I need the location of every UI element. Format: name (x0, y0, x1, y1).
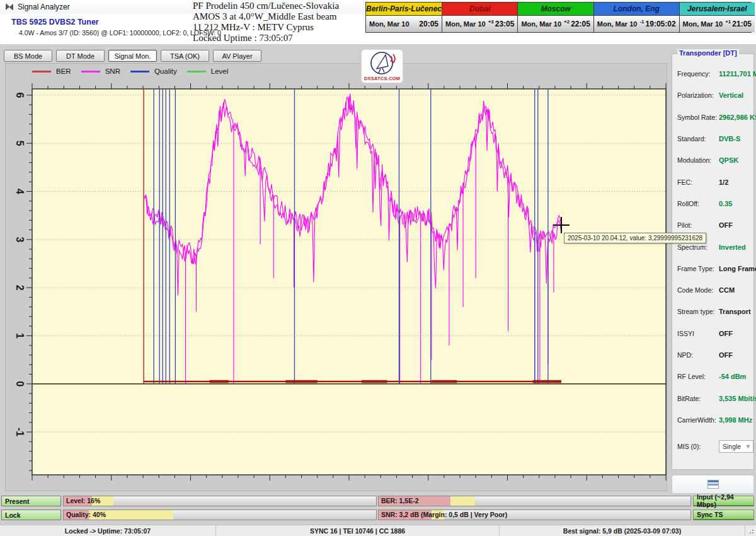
legend-item-level: Level (187, 67, 229, 75)
dxsatcs-logo: DXSATCS.COM (361, 49, 403, 83)
svg-text:0: 0 (14, 381, 25, 387)
note-line-3: 11 212 MHz-V : METV Cyprus (193, 22, 339, 33)
transponder-row: Symbol Rate:2962,986 KS/s (672, 107, 753, 128)
transponder-row: Frame Type:Long Frame (672, 258, 753, 279)
chart-tooltip: 2025-03-10 20.04.12, value: 3,2999999523… (564, 233, 706, 243)
level-progressbar: Level: 16% (63, 496, 377, 506)
world-clocks-widget: Berlin-Paris-Lučenec Mon, Mar 10 20:05 D… (365, 2, 752, 33)
svg-text:4: 4 (14, 189, 25, 194)
top-band: Signal Analyzer TBS 5925 DVBS2 Tuner 4.0… (0, 0, 756, 44)
transponder-row: CarrierWidth:3,998 MHz (672, 409, 753, 431)
transponder-row: BitRate:3,535 Mbit/s (672, 387, 753, 409)
svg-text:6: 6 (14, 92, 25, 98)
status-sync-tei-cc: SYNC 16 | TEI 10746 | CC 1886 (216, 525, 500, 536)
svg-text:5: 5 (14, 141, 25, 146)
transponder-row: Modulation:QPSK (672, 149, 753, 171)
mis-row: MIS (0): Single ▼ (672, 437, 753, 456)
clock-utc-offset: -1 (639, 19, 644, 25)
list-window-icon (707, 480, 719, 489)
satellite-dish-icon (362, 50, 403, 76)
signal-analyzer-window: Signal Analyzer TBS 5925 DVBS2 Tuner 4.0… (0, 0, 756, 536)
svg-text:3: 3 (14, 236, 25, 242)
logo-text: DXSATCS.COM (362, 76, 403, 81)
tuner-name: TBS 5925 DVBS2 Tuner (11, 18, 221, 26)
status-best-signal: Best signal: 5,9 dB (2025-03-09 07:03) (500, 525, 745, 536)
legend-swatch-ber (32, 71, 51, 73)
mis-label: MIS (0): (677, 443, 719, 450)
clock-city: London, Eng (594, 3, 679, 16)
clock-city: Moscow (518, 3, 593, 16)
window-title: Signal Analyzer (18, 3, 70, 11)
tab-signal-mon[interactable]: Signal Mon. (108, 50, 157, 62)
clock-dubai: Dubai Mon, Mar 10 +3 23:05 (442, 3, 518, 32)
clock-london: London, Eng Mon, Mar 10 -1 19:05:02 (594, 3, 680, 32)
snr-progressbar: SNR: 3,2 dB (Margin: 0,5 dB | Very Poor) (378, 510, 691, 520)
legend-item-snr: SNR (81, 67, 120, 75)
clock-time: 21:05 (732, 20, 752, 28)
present-indicator: Present (1, 496, 61, 506)
legend-item-quality: Quality (130, 67, 177, 75)
transponder-row: Standard:DVB-S (672, 128, 753, 149)
clock-city: Berlin-Paris-Lučenec (366, 3, 442, 16)
clock-time: 23:05 (495, 20, 515, 28)
signal-chart-panel[interactable]: BER SNR Quality Level 6543210-1 (5, 63, 667, 491)
clock-utc-offset: +2 (564, 19, 570, 25)
tab-tsa[interactable]: TSA (OK) (161, 50, 209, 62)
note-line-4: Locked Uptime : 73:05:07 (193, 33, 339, 44)
sync-ts-indicator: Sync TS (693, 510, 754, 520)
clock-utc-offset: +1 (725, 19, 731, 25)
transport-list-button[interactable] (672, 475, 754, 494)
mis-select[interactable]: Single ▼ (719, 440, 753, 453)
chevron-down-icon: ▼ (745, 443, 751, 450)
clock-date: Mon, Mar 10 (369, 20, 410, 28)
app-icon (5, 3, 14, 11)
transponder-row: Polarization:Vertical (672, 84, 753, 106)
transponder-row: ISSYIOFF (672, 323, 753, 344)
clock-time: 19:05:02 (646, 20, 676, 28)
tab-av-player[interactable]: AV Player (213, 50, 261, 62)
status-bar: Locked -> Uptime: 73:05:07 SYNC 16 | TEI… (0, 525, 756, 536)
tab-bs-mode[interactable]: BS Mode (4, 50, 52, 62)
tuner-details: 4.0W - Amos 3/7 (ID: 3560) @ LOF1: 10000… (19, 29, 221, 37)
annotation-note: PF Prodelin 450 cm/Lučenec-Slovakia AMOS… (193, 1, 339, 44)
svg-text:2: 2 (14, 285, 25, 291)
transponder-row: RollOff:0.35 (672, 193, 753, 214)
legend-item-ber: BER (32, 67, 71, 75)
transponder-row: Code Mode:CCM (672, 279, 753, 301)
signal-chart[interactable]: 6543210-1 (6, 64, 667, 491)
input-bitrate-indicator: Input (~2,94 Mbps) (693, 496, 754, 506)
legend-swatch-snr (81, 71, 100, 73)
quality-progressbar: Quality: 40% (63, 510, 377, 520)
transponder-panel: Transponder [DT] Frequency:11211,701 MHz… (672, 54, 754, 470)
tab-dt-mode[interactable]: DT Mode (56, 50, 105, 62)
transponder-row: Stream type:Transport (672, 301, 753, 322)
clock-date: Mon, Mar 10 (597, 20, 638, 28)
svg-text:1: 1 (14, 333, 25, 339)
clock-city: Dubai (442, 3, 517, 16)
legend-swatch-level (187, 71, 206, 73)
clock-moscow: Moscow Mon, Mar 10 +2 22:05 (518, 3, 593, 32)
clock-berlin: Berlin-Paris-Lučenec Mon, Mar 10 20:05 (366, 3, 442, 32)
note-line-1: PF Prodelin 450 cm/Lučenec-Slovakia (193, 1, 339, 11)
transponder-row: NPD:OFF (672, 344, 753, 366)
clock-date: Mon, Mar 10 (521, 20, 561, 28)
clock-jerusalem: Jerusalem-Israel Mon, Mar 10 +1 21:05 (680, 3, 755, 32)
svg-text:-1: -1 (14, 428, 25, 436)
chart-legend: BER SNR Quality Level (32, 67, 228, 75)
ber-progressbar: BER: 1,5E-2 (378, 496, 691, 506)
lock-indicator: Lock (1, 510, 61, 520)
transponder-row: RF Level:-54 dBm (672, 366, 753, 387)
transponder-row: Frequency:11211,701 MHz (672, 63, 753, 84)
clock-date: Mon, Mar 10 (683, 20, 723, 28)
clock-time: 20:05 (419, 20, 438, 28)
clock-date: Mon, Mar 10 (445, 20, 486, 28)
transponder-row: FEC:1/2 (672, 171, 753, 192)
clock-city: Jerusalem-Israel (680, 3, 755, 16)
status-locked-uptime: Locked -> Uptime: 73:05:07 (0, 525, 216, 536)
clock-utc-offset: +3 (488, 19, 494, 25)
note-line-2: AMOS 3 at 4,0°W_Middle East beam (193, 11, 339, 22)
legend-swatch-quality (130, 71, 149, 73)
transponder-panel-title: Transponder [DT] (677, 49, 739, 57)
clock-time: 22:05 (571, 20, 590, 28)
tuner-info: TBS 5925 DVBS2 Tuner 4.0W - Amos 3/7 (ID… (11, 18, 221, 37)
